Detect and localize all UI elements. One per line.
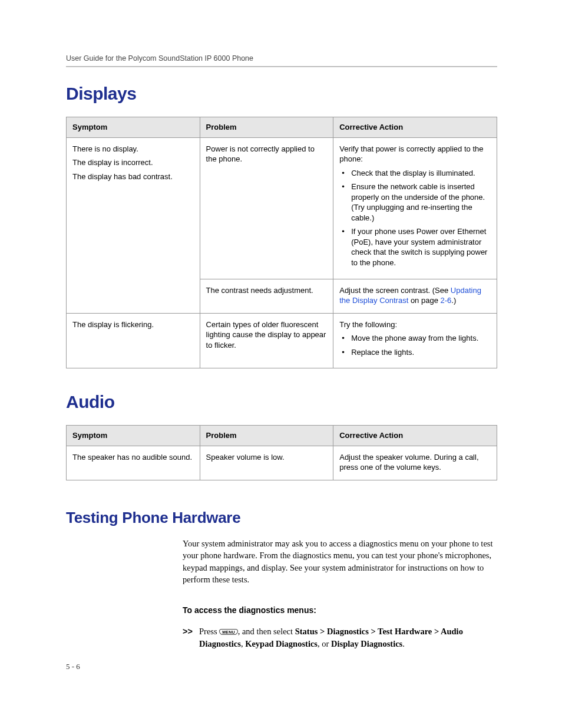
action-text: on page xyxy=(408,296,440,305)
table-row: There is no display. The display is inco… xyxy=(67,137,497,279)
cell-symptom: The display is flickering. xyxy=(67,313,200,368)
step-marker: >> xyxy=(183,625,193,638)
cell-problem: Certain types of older fluorescent light… xyxy=(200,313,333,368)
th-symptom: Symptom xyxy=(67,426,200,446)
step-text: , or xyxy=(318,639,331,648)
step-text: Press xyxy=(199,627,219,636)
th-problem: Problem xyxy=(200,426,333,446)
list-item: If your phone uses Power over Ethernet (… xyxy=(339,226,491,268)
menu-key-icon: MENU xyxy=(219,629,237,635)
cell-problem: Speaker volume is low. xyxy=(200,446,333,480)
action-list: Check that the display is illuminated. E… xyxy=(339,168,491,268)
procedure-step: >> Press MENU, and then select Status > … xyxy=(183,625,497,650)
list-item: Check that the display is illuminated. xyxy=(339,168,491,179)
symptom-line: There is no display. xyxy=(72,144,194,154)
audio-table: Symptom Problem Corrective Action The sp… xyxy=(66,425,497,480)
displays-table: Symptom Problem Corrective Action There … xyxy=(66,117,497,368)
list-item: Ensure the network cable is inserted pro… xyxy=(339,182,491,223)
cell-problem: The contrast needs adjustment. xyxy=(200,279,333,313)
cell-action: Adjust the screen contrast. (See Updatin… xyxy=(333,279,497,313)
step-text: , and then select xyxy=(238,627,295,636)
action-intro: Verify that power is correctly applied t… xyxy=(339,144,491,164)
cross-ref-link[interactable]: 2-6 xyxy=(441,296,452,305)
table-row: The display is flickering. Certain types… xyxy=(67,313,497,368)
cell-problem: Power is not correctly applied to the ph… xyxy=(200,137,333,279)
menu-path: Keypad Diagnostics xyxy=(245,639,318,648)
page-number: 5 - 6 xyxy=(66,662,80,671)
action-intro: Try the following: xyxy=(339,319,491,330)
action-list: Move the phone away from the lights. Rep… xyxy=(339,333,491,357)
symptom-line: The display is incorrect. xyxy=(72,157,194,168)
th-action: Corrective Action xyxy=(333,426,497,446)
menu-path: Display Diagnostics xyxy=(331,639,402,648)
list-item: Replace the lights. xyxy=(339,347,491,358)
table-row: The speaker has no audible sound. Speake… xyxy=(67,446,497,480)
body-paragraph: Your system administrator may ask you to… xyxy=(183,538,497,585)
cell-action: Adjust the speaker volume. During a call… xyxy=(333,446,497,480)
running-header: User Guide for the Polycom SoundStation … xyxy=(66,54,497,62)
procedure-heading: To access the diagnostics menus: xyxy=(183,605,497,615)
step-text: . xyxy=(402,639,405,648)
cell-action: Verify that power is correctly applied t… xyxy=(333,137,497,279)
th-action: Corrective Action xyxy=(333,117,497,138)
table-header-row: Symptom Problem Corrective Action xyxy=(67,426,497,446)
section-title-audio: Audio xyxy=(66,392,497,412)
th-problem: Problem xyxy=(200,117,333,138)
table-header-row: Symptom Problem Corrective Action xyxy=(67,117,497,138)
symptom-line: The display has bad contrast. xyxy=(72,172,194,182)
section-title-displays: Displays xyxy=(66,84,497,104)
header-rule xyxy=(66,66,497,67)
list-item: Move the phone away from the lights. xyxy=(339,333,491,344)
cell-symptom: The speaker has no audible sound. xyxy=(67,446,200,480)
cell-symptom: There is no display. The display is inco… xyxy=(67,137,200,313)
action-text: Adjust the screen contrast. (See xyxy=(339,286,451,295)
th-symptom: Symptom xyxy=(67,117,200,138)
section-title-testing: Testing Phone Hardware xyxy=(66,509,497,527)
action-text: .) xyxy=(451,296,456,305)
cell-action: Try the following: Move the phone away f… xyxy=(333,313,497,368)
